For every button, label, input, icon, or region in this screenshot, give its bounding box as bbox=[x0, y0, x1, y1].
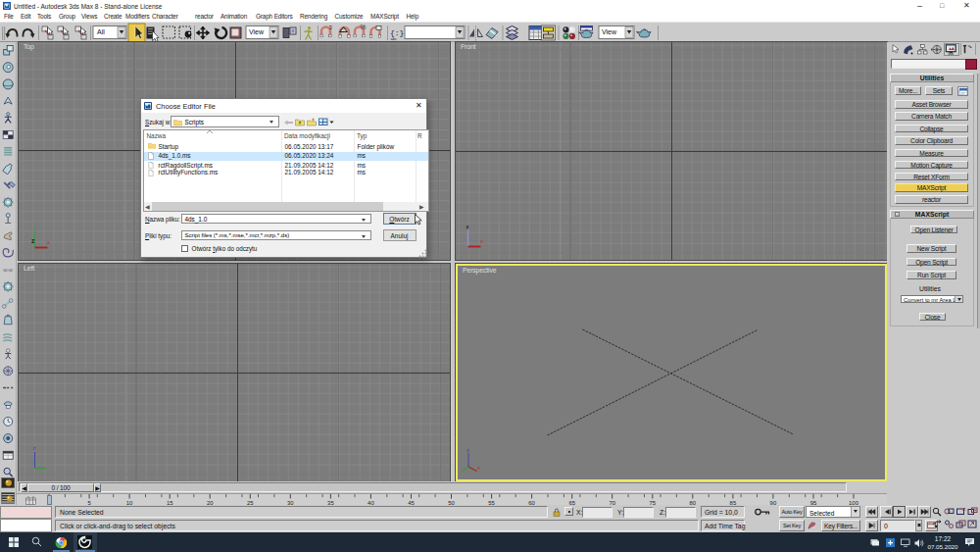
svg-text:z: z bbox=[466, 447, 469, 453]
svg-text:View: View bbox=[602, 28, 617, 35]
svg-text:x: x bbox=[477, 465, 480, 471]
svg-text:y: y bbox=[33, 225, 36, 230]
svg-text:x: x bbox=[30, 460, 33, 466]
svg-text:z: z bbox=[33, 445, 36, 451]
svg-text:%: % bbox=[361, 24, 367, 30]
svg-text:All: All bbox=[97, 28, 105, 35]
svg-text:abc: abc bbox=[391, 36, 397, 41]
svg-text:z: z bbox=[466, 224, 469, 229]
svg-text:x: x bbox=[47, 239, 50, 245]
svg-text:View: View bbox=[249, 28, 265, 35]
svg-text:x: x bbox=[480, 238, 483, 244]
svg-text:3: 3 bbox=[329, 25, 333, 30]
svg-text:®®: ®® bbox=[3, 267, 14, 275]
